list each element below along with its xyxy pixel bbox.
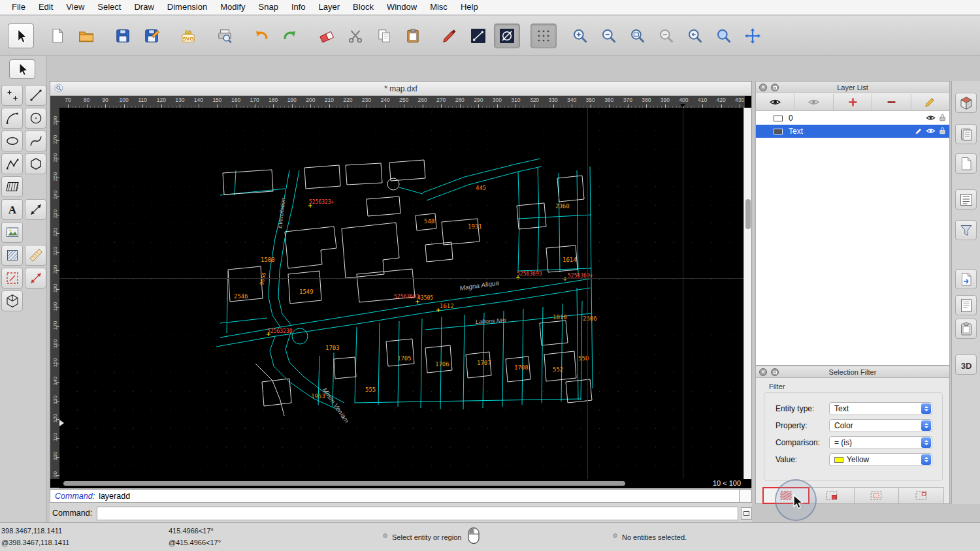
filter-dropdown-property[interactable]: Color: [829, 419, 932, 432]
eye-icon[interactable]: [926, 127, 936, 137]
lock-icon[interactable]: [938, 127, 947, 137]
selection-pointer-button[interactable]: [8, 24, 34, 48]
dimension-tool[interactable]: [25, 199, 46, 220]
menu-window[interactable]: Window: [380, 0, 423, 14]
text-tool[interactable]: A: [1, 199, 23, 220]
zoom-selection-button[interactable]: [653, 24, 679, 48]
filter-dropdown-value[interactable]: Yellow: [829, 453, 932, 466]
measure-tool[interactable]: [25, 245, 46, 266]
menu-snap[interactable]: Snap: [252, 0, 285, 14]
filter-dropdown-comparison[interactable]: = (is): [829, 436, 932, 449]
selection-filter-panel-button[interactable]: [955, 220, 977, 240]
command-history-scrollbar[interactable]: [740, 489, 752, 503]
menu-modify[interactable]: Modify: [214, 0, 252, 14]
menu-dimension[interactable]: Dimension: [161, 0, 214, 14]
property-editor-button[interactable]: [955, 295, 977, 315]
keyboard-toggle-button[interactable]: [741, 507, 752, 520]
menu-select[interactable]: Select: [91, 0, 127, 14]
dimension-red-tool[interactable]: [25, 268, 46, 289]
menu-view[interactable]: View: [59, 0, 91, 14]
lock-icon[interactable]: [938, 114, 947, 124]
clear-selection-button[interactable]: [494, 24, 520, 48]
ellipse-tool[interactable]: [1, 131, 23, 151]
palette-selection-pointer[interactable]: [9, 59, 35, 79]
close-icon[interactable]: ✕: [759, 84, 767, 91]
menu-layer[interactable]: Layer: [312, 0, 347, 14]
menu-edit[interactable]: Edit: [32, 0, 59, 14]
undo-button[interactable]: [248, 24, 274, 48]
zoom-out-button[interactable]: [596, 24, 622, 48]
auto-zoom-button[interactable]: [625, 24, 651, 48]
command-history-panel-button[interactable]: [955, 269, 977, 289]
ruler-number: 380: [639, 97, 653, 103]
reference-view-button[interactable]: [955, 93, 977, 113]
layer-toggle-visibility-button[interactable]: [794, 94, 833, 110]
spline-tool[interactable]: [25, 131, 46, 151]
filter-deselect-button[interactable]: [899, 487, 944, 504]
menu-block[interactable]: Block: [346, 0, 380, 14]
print-preview-button[interactable]: [212, 24, 238, 48]
ruler-number: 300: [490, 97, 504, 103]
hatch-tool[interactable]: [1, 176, 23, 197]
copy-button[interactable]: [371, 24, 397, 48]
layer-row-text[interactable]: Text: [756, 125, 949, 138]
menu-misc[interactable]: Misc: [423, 0, 454, 14]
menu-file[interactable]: File: [5, 0, 32, 14]
layer-show-all-button[interactable]: [756, 94, 794, 110]
save-button[interactable]: [110, 24, 136, 48]
sheet-view-button[interactable]: [955, 153, 977, 174]
vertical-scrollbar-thumb[interactable]: [745, 199, 751, 229]
property-pen-button[interactable]: [436, 24, 463, 48]
isometric-view-tool[interactable]: [1, 291, 23, 311]
polygon-tool[interactable]: [25, 153, 46, 174]
zoom-in-button[interactable]: [567, 24, 593, 48]
edit-pencil-icon[interactable]: [915, 127, 923, 137]
new-file-button[interactable]: [44, 24, 71, 48]
line-tool[interactable]: [25, 85, 46, 106]
vertical-scrollbar[interactable]: [743, 108, 751, 479]
detach-icon[interactable]: [771, 368, 779, 376]
line-entity-button[interactable]: [465, 24, 491, 48]
circle-tool[interactable]: [25, 108, 46, 129]
solid-fill-tool[interactable]: [1, 245, 23, 266]
previous-view-button[interactable]: [682, 24, 708, 48]
open-file-button[interactable]: [73, 24, 99, 48]
close-icon[interactable]: ✕: [759, 368, 767, 376]
drawing-canvas[interactable]: 4452360548193116141580254615491612181025…: [59, 108, 745, 479]
three-d-toggle-button[interactable]: 3D: [955, 354, 977, 375]
modify-tool[interactable]: [1, 268, 23, 289]
redo-button[interactable]: [277, 24, 303, 48]
block-list-button[interactable]: [955, 189, 977, 210]
zoom-window-button[interactable]: [711, 24, 737, 48]
layer-name: Text: [789, 127, 803, 136]
add-layer-button[interactable]: [834, 94, 872, 110]
cut-button[interactable]: [342, 24, 368, 48]
layer-row-0[interactable]: 0: [756, 112, 949, 125]
eye-icon[interactable]: [926, 114, 936, 124]
image-tool[interactable]: [1, 222, 23, 243]
polyline-tool[interactable]: [1, 153, 23, 174]
svg-export-button[interactable]: SVG: [175, 24, 201, 48]
erase-button[interactable]: [314, 24, 340, 48]
menu-help[interactable]: Help: [454, 0, 485, 14]
detach-icon[interactable]: [771, 84, 779, 91]
grid-toggle-button[interactable]: [531, 24, 557, 48]
command-input[interactable]: [97, 507, 738, 520]
filter-dropdown-entity-type[interactable]: Text: [829, 402, 932, 415]
clipboard-panel-button[interactable]: [955, 319, 977, 339]
arc-tool[interactable]: [1, 108, 23, 129]
filter-remove-button[interactable]: [855, 487, 900, 504]
pan-button[interactable]: [740, 24, 766, 48]
horizontal-scrollbar-thumb[interactable]: [63, 481, 625, 486]
save-as-button[interactable]: [139, 24, 165, 48]
library-browser-button[interactable]: [955, 124, 977, 144]
menu-info[interactable]: Info: [285, 0, 312, 14]
remove-layer-button[interactable]: [872, 94, 911, 110]
horizontal-scrollbar[interactable]: 10 < 100: [59, 479, 745, 488]
point-tool[interactable]: [1, 85, 23, 106]
edit-layer-button[interactable]: [911, 94, 949, 110]
document-title-bar[interactable]: * map.dxf: [50, 82, 751, 96]
paste-button[interactable]: [400, 24, 426, 48]
map-building-outline: [346, 163, 382, 185]
menu-draw[interactable]: Draw: [127, 0, 160, 14]
